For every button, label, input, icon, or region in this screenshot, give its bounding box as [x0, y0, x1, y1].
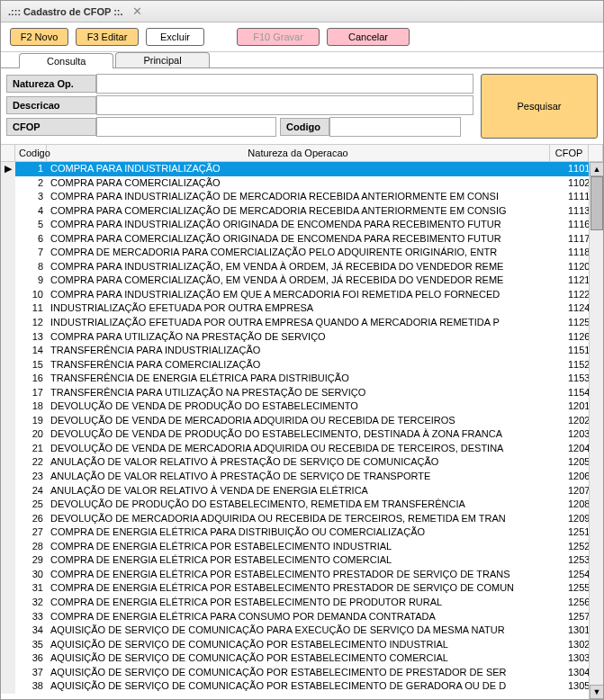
cell-natureza: TRANSFERÊNCIA PARA UTILIZAÇÃO NA PRESTAÇ… — [47, 386, 564, 400]
cell-codigo: 27 — [15, 525, 47, 540]
table-row[interactable]: 23ANULAÇÃO DE VALOR RELATIVO À PRESTAÇÃO… — [1, 470, 603, 484]
row-indicator — [1, 666, 15, 680]
table-row[interactable]: 31COMPRA DE ENERGIA ELÉTRICA POR ESTABEL… — [1, 581, 603, 596]
cell-codigo: 3 — [15, 190, 47, 204]
cell-codigo: 19 — [15, 414, 47, 428]
scroll-thumb[interactable] — [590, 176, 603, 230]
table-row[interactable]: 36AQUISIÇÃO DE SERVIÇO DE COMUNICAÇÃO PO… — [1, 651, 603, 666]
cell-codigo: 8 — [15, 260, 47, 274]
table-row[interactable]: 24ANULAÇÃO DE VALOR RELATIVO À VENDA DE … — [1, 484, 603, 498]
col-natureza[interactable]: Natureza da Operacao — [47, 145, 550, 161]
scrollbar-vertical[interactable]: ▲ ▼ — [589, 162, 603, 699]
cfop-input[interactable] — [96, 117, 276, 137]
col-codigo[interactable]: Codigo — [15, 145, 47, 161]
cell-natureza: AQUISIÇÃO DE SERVIÇO DE COMUNICAÇÃO POR … — [47, 679, 564, 694]
gravar-button[interactable]: F10 Gravar — [237, 28, 320, 46]
table-row[interactable]: 25DEVOLUÇÃO DE PRODUÇÃO DO ESTABELECIMEN… — [1, 498, 603, 512]
table-row[interactable]: 18DEVOLUÇÃO DE VENDA DE PRODUÇÃO DO ESTA… — [1, 399, 603, 414]
table-row[interactable]: 17TRANSFERÊNCIA PARA UTILIZAÇÃO NA PREST… — [1, 386, 603, 400]
titlebar: .::: Cadastro de CFOP ::. ✕ — [1, 1, 603, 22]
table-row[interactable]: 38AQUISIÇÃO DE SERVIÇO DE COMUNICAÇÃO PO… — [1, 679, 603, 694]
cell-natureza: AQUISIÇÃO DE SERVIÇO DE COMUNICAÇÃO POR … — [47, 666, 564, 680]
table-row[interactable]: 5COMPRA PARA INDUSTRIALIZAÇÃO ORIGINADA … — [1, 218, 603, 232]
table-row[interactable]: 20DEVOLUÇÃO DE VENDA DE PRODUÇÃO DO ESTA… — [1, 427, 603, 442]
table-row[interactable]: ▶1COMPRA PARA INDUSTRIALIZAÇÃO1101 — [1, 162, 603, 176]
tab-consulta[interactable]: Consulta — [19, 53, 113, 68]
table-row[interactable]: 9COMPRA PARA COMERCIALIZAÇÃO, EM VENDA À… — [1, 274, 603, 288]
cell-codigo: 35 — [15, 638, 47, 652]
table-row[interactable]: 33COMPRA DE ENERGIA ELÉTRICA PARA CONSUM… — [1, 610, 603, 624]
cell-codigo: 30 — [15, 568, 47, 582]
row-indicator — [1, 484, 15, 498]
table-row[interactable]: 16TRANSFERÊNCIA DE ENERGIA ELÉTRICA PARA… — [1, 372, 603, 386]
novo-button[interactable]: F2 Novo — [10, 28, 68, 46]
cell-codigo: 4 — [15, 204, 47, 219]
cell-codigo: 26 — [15, 512, 47, 526]
cell-natureza: COMPRA DE ENERGIA ELÉTRICA POR ESTABELEC… — [47, 581, 564, 596]
table-row[interactable]: 7COMPRA DE MERCADORIA PARA COMERCIALIZAÇ… — [1, 246, 603, 260]
table-row[interactable]: 15TRANSFERÊNCIA PARA COMERCIALIZAÇÃO1152 — [1, 358, 603, 372]
table-row[interactable]: 21DEVOLUÇÃO DE VENDA DE MERCADORIA ADQUI… — [1, 442, 603, 456]
cell-codigo: 33 — [15, 610, 47, 624]
cell-codigo: 6 — [15, 232, 47, 247]
table-row[interactable]: 11INDUSTRIALIZAÇÃO EFETUADA POR OUTRA EM… — [1, 301, 603, 316]
table-row[interactable]: 28COMPRA DE ENERGIA ELÉTRICA POR ESTABEL… — [1, 540, 603, 554]
table-row[interactable]: 8COMPRA PARA INDUSTRIALIZAÇÃO, EM VENDA … — [1, 260, 603, 274]
window-title: .::: Cadastro de CFOP ::. — [8, 6, 123, 17]
scroll-up-icon[interactable]: ▲ — [590, 162, 603, 176]
editar-button[interactable]: F3 Editar — [76, 28, 139, 46]
descricao-input[interactable] — [96, 95, 473, 115]
row-indicator — [1, 190, 15, 204]
cell-natureza: COMPRA DE ENERGIA ELÉTRICA POR ESTABELEC… — [47, 596, 564, 610]
table-row[interactable]: 14TRANSFERÊNCIA PARA INDUSTRIALIZAÇÃO115… — [1, 344, 603, 358]
excluir-button[interactable]: Excluir — [146, 28, 204, 46]
row-indicator — [1, 260, 15, 274]
table-row[interactable]: 30COMPRA DE ENERGIA ELÉTRICA POR ESTABEL… — [1, 568, 603, 582]
scroll-down-icon[interactable]: ▼ — [590, 685, 603, 699]
cell-codigo: 25 — [15, 498, 47, 512]
cell-natureza: COMPRA PARA COMERCIALIZAÇÃO DE MERCADORI… — [47, 204, 564, 219]
cell-codigo: 32 — [15, 596, 47, 610]
table-row[interactable]: 2COMPRA PARA COMERCIALIZAÇÃO1102 — [1, 176, 603, 191]
cancelar-button[interactable]: Cancelar — [327, 28, 410, 46]
table-row[interactable]: 37AQUISIÇÃO DE SERVIÇO DE COMUNICAÇÃO PO… — [1, 666, 603, 680]
row-indicator — [1, 498, 15, 512]
tab-principal[interactable]: Principal — [115, 52, 209, 67]
table-row[interactable]: 35AQUISIÇÃO DE SERVIÇO DE COMUNICAÇÃO PO… — [1, 638, 603, 652]
cell-natureza: DEVOLUÇÃO DE VENDA DE MERCADORIA ADQUIRI… — [47, 414, 564, 428]
col-cfop[interactable]: CFOP — [550, 145, 589, 161]
table-row[interactable]: 13COMPRA PARA UTILIZAÇÃO NA PRESTAÇÃO DE… — [1, 330, 603, 345]
cfop-label: CFOP — [6, 118, 96, 136]
cell-natureza: COMPRA PARA INDUSTRIALIZAÇÃO DE MERCADOR… — [47, 190, 564, 204]
cell-natureza: DEVOLUÇÃO DE VENDA DE MERCADORIA ADQUIRI… — [47, 442, 564, 456]
pesquisar-button[interactable]: Pesquisar — [481, 74, 598, 139]
row-indicator — [1, 344, 15, 358]
cell-codigo: 17 — [15, 386, 47, 400]
cell-natureza: COMPRA PARA UTILIZAÇÃO NA PRESTAÇÃO DE S… — [47, 330, 564, 345]
cell-natureza: COMPRA DE ENERGIA ELÉTRICA POR ESTABELEC… — [47, 568, 564, 582]
table-row[interactable]: 26DEVOLUÇÃO DE MERCADORIA ADQUIRIDA OU R… — [1, 512, 603, 526]
table-row[interactable]: 29COMPRA DE ENERGIA ELÉTRICA POR ESTABEL… — [1, 553, 603, 568]
table-row[interactable]: 6COMPRA PARA COMERCIALIZAÇÃO ORIGINADA D… — [1, 232, 603, 247]
row-indicator: ▶ — [1, 162, 15, 176]
cell-natureza: INDUSTRIALIZAÇÃO EFETUADA POR OUTRA EMPR… — [47, 301, 564, 316]
cell-natureza: AQUISIÇÃO DE SERVIÇO DE COMUNICAÇÃO POR … — [47, 651, 564, 666]
table-row[interactable]: 12INDUSTRIALIZAÇÃO EFETUADA POR OUTRA EM… — [1, 316, 603, 330]
cell-natureza: COMPRA PARA COMERCIALIZAÇÃO — [47, 176, 564, 191]
natureza-input[interactable] — [96, 74, 473, 94]
grid-body: ▶1COMPRA PARA INDUSTRIALIZAÇÃO11012COMPR… — [1, 162, 603, 699]
row-indicator — [1, 246, 15, 260]
table-row[interactable]: 19DEVOLUÇÃO DE VENDA DE MERCADORIA ADQUI… — [1, 414, 603, 428]
table-row[interactable]: 32COMPRA DE ENERGIA ELÉTRICA POR ESTABEL… — [1, 596, 603, 610]
row-indicator — [1, 372, 15, 386]
row-indicator — [1, 330, 15, 345]
row-indicator — [1, 651, 15, 666]
table-row[interactable]: 3COMPRA PARA INDUSTRIALIZAÇÃO DE MERCADO… — [1, 190, 603, 204]
table-row[interactable]: 22ANULAÇÃO DE VALOR RELATIVO À PRESTAÇÃO… — [1, 455, 603, 470]
table-row[interactable]: 27COMPRA DE ENERGIA ELÉTRICA PARA DISTRI… — [1, 525, 603, 540]
close-icon[interactable]: ✕ — [132, 4, 142, 18]
table-row[interactable]: 34AQUISIÇÃO DE SERVIÇO DE COMUNICAÇÃO PA… — [1, 624, 603, 638]
table-row[interactable]: 10COMPRA PARA INDUSTRIALIZAÇÃO EM QUE A … — [1, 288, 603, 302]
codigo-input[interactable] — [329, 117, 461, 137]
table-row[interactable]: 4COMPRA PARA COMERCIALIZAÇÃO DE MERCADOR… — [1, 204, 603, 219]
